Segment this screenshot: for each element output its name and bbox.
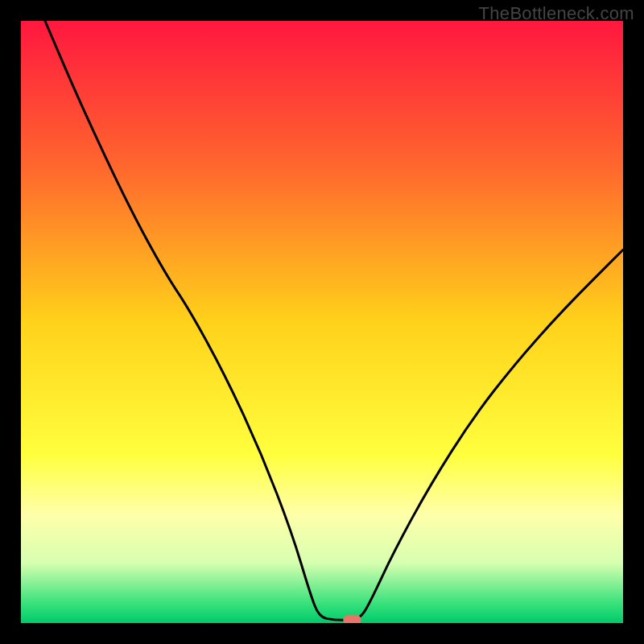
bottleneck-chart [21,21,623,623]
chart-frame: TheBottleneck.com [0,0,644,644]
plot-area [21,21,623,623]
optimal-point-marker [343,615,361,623]
gradient-background [21,21,623,623]
